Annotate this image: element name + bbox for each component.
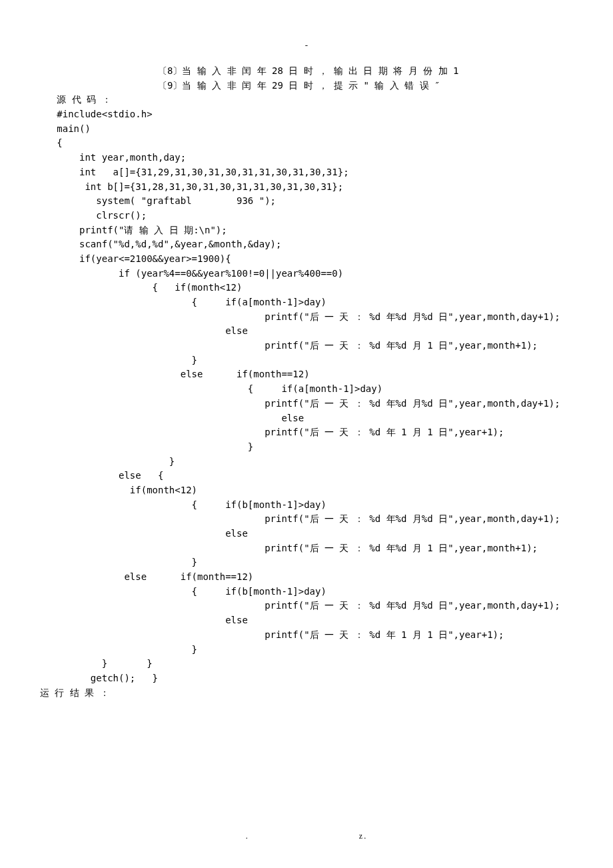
code-line: else if(month==12) <box>40 367 573 382</box>
code-line: { if(month<12) <box>40 281 573 295</box>
code-line: printf("后 一 天 ： %d 年%d 月%d 日",year,month… <box>40 512 573 527</box>
code-line: getch(); } <box>40 671 573 686</box>
code-line: else <box>40 613 573 628</box>
code-line: else <box>40 324 573 339</box>
code-line: if(month<12) <box>40 483 573 498</box>
code-line: printf("后 一 天 ： %d 年 1 月 1 日",year+1); <box>40 628 573 643</box>
code-line: scanf("%d,%d,%d",&year,&month,&day); <box>40 237 573 252</box>
code-line: printf("后 一 天 ： %d 年%d 月%d 日",year,month… <box>40 310 573 325</box>
code-line: system( "graftabl 936 "); <box>40 194 573 209</box>
code-line: int year,month,day; <box>40 151 573 165</box>
code-line: printf("后 一 天 ： %d 年 1 月 1 日",year+1); <box>40 425 573 440</box>
code-line: } <box>40 353 573 368</box>
code-line: printf("后 一 天 ： %d 年%d 月 1 日",year,month… <box>40 339 573 353</box>
code-line: 源 代 码 ： <box>40 93 573 107</box>
code-line: { if(a[month-1]>day) <box>40 295 573 310</box>
document-content: 〔8〕当 输 入 非 闰 年 28 日 时 ， 输 出 日 期 将 月 份 加 … <box>40 64 573 700</box>
code-line: if(year<=2100&&year>=1900){ <box>40 252 573 267</box>
code-line: } <box>40 455 573 469</box>
top-dash: - <box>40 40 573 51</box>
code-line: } <box>40 643 573 657</box>
code-line: { <box>40 136 573 151</box>
code-line: else <box>40 411 573 426</box>
code-line: printf("后 一 天 ： %d 年%d 月%d 日",year,month… <box>40 397 573 411</box>
code-line: } <box>40 555 573 570</box>
code-line: else { <box>40 469 573 483</box>
code-line: #include<stdio.h> <box>40 107 573 122</box>
code-line: { if(b[month-1]>day) <box>40 585 573 599</box>
footer-left: . <box>246 831 249 841</box>
code-line: { if(b[month-1]>day) <box>40 498 573 513</box>
code-line: printf("后 一 天 ： %d 年%d 月 1 日",year,month… <box>40 541 573 556</box>
code-line: int a[]={31,29,31,30,31,30,31,31,30,31,3… <box>40 165 573 180</box>
code-line: } } <box>40 657 573 671</box>
code-line: 运 行 结 果 ： <box>40 686 573 701</box>
code-line: if (year%4==0&&year%100!=0||year%400==0) <box>40 267 573 281</box>
code-line: printf("请 输 入 日 期:\n"); <box>40 223 573 238</box>
code-line: main() <box>40 122 573 137</box>
page-footer: . z. <box>0 831 613 841</box>
footer-right: z. <box>359 831 367 841</box>
code-line: int b[]={31,28,31,30,31,30,31,31,30,31,3… <box>40 180 573 195</box>
code-line: else if(month==12) <box>40 570 573 585</box>
code-line: clrscr(); <box>40 209 573 223</box>
code-line: 〔8〕当 输 入 非 闰 年 28 日 时 ， 输 出 日 期 将 月 份 加 … <box>40 64 573 79</box>
code-line: else <box>40 527 573 541</box>
code-line: 〔9〕当 输 入 非 闰 年 29 日 时 ， 提 示 " 输 入 错 误 ″ <box>40 79 573 93</box>
code-line: } <box>40 440 573 455</box>
code-line: printf("后 一 天 ： %d 年%d 月%d 日",year,month… <box>40 599 573 613</box>
code-line: { if(a[month-1]>day) <box>40 382 573 397</box>
